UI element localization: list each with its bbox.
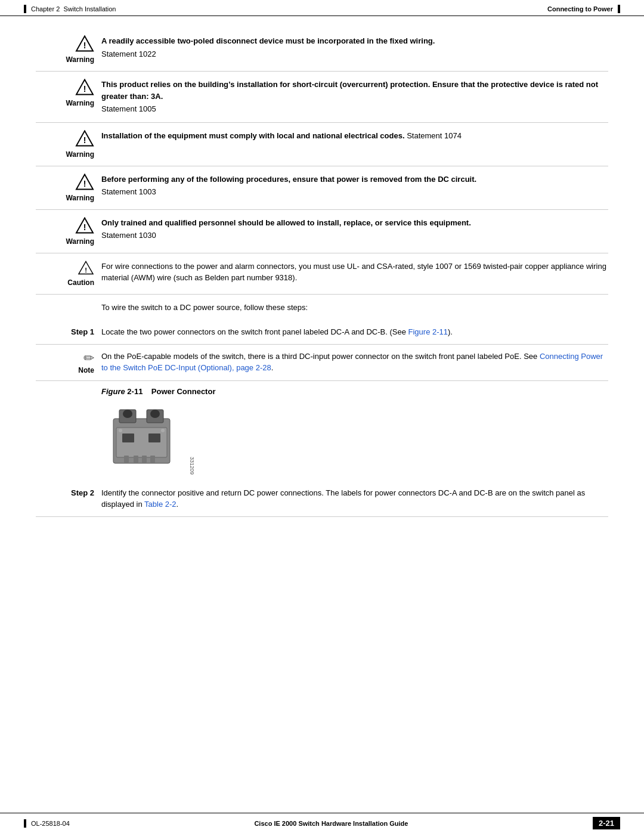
warning-text-col-1: A readily accessible two-poled disconnec… — [101, 35, 608, 60]
svg-rect-19 — [148, 433, 160, 442]
step1-text: Locate the two power connectors on the s… — [101, 327, 453, 336]
svg-text:!: ! — [83, 84, 86, 94]
warning-row-4: ! Warning Before performing any of the f… — [36, 166, 608, 210]
warning-triangle-icon-5: ! — [75, 217, 94, 234]
caution-icon-col: ! Caution — [36, 261, 101, 287]
warning-row-5: ! Warning Only trained and qualified per… — [36, 210, 608, 253]
warning-main-text-1: A readily accessible two-poled disconnec… — [101, 36, 435, 45]
warning-stmt-2: Statement 1005 — [101, 103, 608, 115]
footer-page-number: 2-21 — [593, 817, 620, 829]
warning-label-4: Warning — [66, 194, 94, 202]
figure-caption-label: Figure 2-11 Power Connector — [101, 387, 215, 396]
header-bar-right — [618, 5, 620, 13]
header-right: Connecting to Power — [547, 5, 620, 13]
svg-point-16 — [150, 410, 160, 418]
svg-text:!: ! — [83, 135, 86, 144]
step1-label: Step 1 — [36, 326, 101, 336]
svg-text:!: ! — [83, 222, 86, 231]
svg-point-25 — [161, 429, 165, 432]
note-row: ✏ Note On the PoE-capable models of the … — [36, 345, 608, 381]
warning-label-2: Warning — [66, 99, 94, 107]
warning-stmt-4: Statement 1003 — [101, 186, 608, 198]
warning-label-3: Warning — [66, 150, 94, 159]
step2-label: Step 2 — [36, 487, 101, 497]
warning-label-5: Warning — [66, 237, 94, 246]
step2-text-col: Identify the connector positive and retu… — [101, 487, 608, 510]
warning-row-2: ! Warning This product relies on the bui… — [36, 72, 608, 123]
svg-point-15 — [123, 410, 132, 418]
section-label: Switch Installation — [63, 5, 116, 13]
figure-img-box: 331209 — [101, 401, 608, 475]
step1-row: Step 1 Locate the two power connectors o… — [36, 320, 608, 345]
warning-stmt-3-inline: Statement 1074 — [407, 131, 462, 140]
note-icon-col: ✏ Note — [36, 351, 101, 374]
caution-row: ! Caution For wire connections to the po… — [36, 253, 608, 295]
warning-main-text-4: Before performing any of the following p… — [101, 175, 476, 184]
warning-icon-col-1: ! Warning — [36, 35, 101, 64]
caution-text: For wire connections to the power and al… — [101, 262, 606, 283]
svg-text:!: ! — [83, 41, 86, 50]
svg-text:!: ! — [85, 266, 87, 273]
svg-rect-23 — [150, 456, 155, 463]
warning-icon-col-4: ! Warning — [36, 174, 101, 202]
warning-icon-col-3: ! Warning — [36, 130, 101, 159]
svg-text:!: ! — [83, 178, 86, 188]
svg-rect-21 — [134, 456, 138, 463]
step2-row: Step 2 Identify the connector positive a… — [36, 481, 608, 517]
footer-bar-left — [24, 819, 26, 828]
main-content: ! Warning A readily accessible two-poled… — [0, 16, 644, 553]
step1-link[interactable]: Figure 2-11 — [408, 327, 448, 336]
warning-main-text-3: Installation of the equipment must compl… — [101, 131, 405, 140]
intro-para-text: To wire the switch to a DC power source,… — [101, 303, 308, 312]
svg-rect-20 — [124, 456, 129, 463]
power-connector-image — [101, 401, 182, 475]
warning-triangle-icon-2: ! — [75, 79, 94, 95]
step2-link[interactable]: Table 2-2 — [144, 500, 176, 509]
svg-rect-18 — [122, 433, 134, 442]
warning-text-col-5: Only trained and qualified personnel sho… — [101, 217, 608, 241]
svg-point-24 — [119, 429, 122, 432]
warning-main-text-5: Only trained and qualified personnel sho… — [101, 218, 471, 227]
chapter-label: Chapter 2 — [31, 5, 60, 13]
figure-2-11-section: Figure 2-11 Power Connector — [101, 387, 608, 475]
figure-number-label: 331209 — [189, 457, 195, 475]
header-left: Chapter 2 Switch Installation — [24, 5, 116, 13]
warning-text-col-4: Before performing any of the following p… — [101, 174, 608, 198]
warning-triangle-icon-3: ! — [75, 130, 94, 147]
warning-text-col-2: This product relies on the building’s in… — [101, 79, 608, 115]
warning-label-1: Warning — [66, 55, 94, 64]
svg-rect-22 — [142, 456, 147, 463]
figure-caption: Figure 2-11 Power Connector — [101, 387, 608, 396]
note-text-col: On the PoE-capable models of the switch,… — [101, 351, 608, 374]
warning-text-col-3: Installation of the equipment must compl… — [101, 130, 608, 142]
note-label: Note — [78, 366, 94, 374]
warning-stmt-5: Statement 1030 — [101, 230, 608, 241]
caution-triangle-icon: ! — [78, 261, 94, 275]
intro-para: To wire the switch to a DC power source,… — [36, 295, 608, 321]
warning-stmt-1: Statement 1022 — [101, 48, 608, 60]
step2-text: Identify the connector positive and retu… — [101, 488, 585, 509]
step1-text-col: Locate the two power connectors on the s… — [101, 326, 608, 338]
warning-icon-col-2: ! Warning — [36, 79, 101, 107]
warning-triangle-icon-4: ! — [75, 174, 94, 190]
note-text: On the PoE-capable models of the switch,… — [101, 352, 603, 373]
warning-row-3: ! Warning Installation of the equipment … — [36, 123, 608, 166]
footer-left: OL-25818-04 — [24, 819, 70, 828]
warning-row-1: ! Warning A readily accessible two-poled… — [36, 28, 608, 72]
caution-label: Caution — [67, 278, 94, 287]
page-footer: OL-25818-04 Cisco IE 2000 Switch Hardwar… — [0, 813, 644, 833]
warning-main-text-2: This product relies on the building’s in… — [101, 80, 598, 101]
caution-text-col: For wire connections to the power and al… — [101, 261, 608, 284]
note-pencil-icon: ✏ — [83, 351, 94, 366]
warning-triangle-icon-1: ! — [75, 35, 94, 52]
footer-center: Cisco IE 2000 Switch Hardware Installati… — [254, 820, 408, 827]
footer-doc-number: OL-25818-04 — [31, 820, 70, 827]
header-bar-left — [24, 5, 26, 13]
connecting-to-power-label: Connecting to Power — [547, 5, 613, 13]
warning-icon-col-5: ! Warning — [36, 217, 101, 246]
footer-guide-title: Cisco IE 2000 Switch Hardware Installati… — [254, 820, 408, 827]
page-header: Chapter 2 Switch Installation Connecting… — [0, 0, 644, 16]
